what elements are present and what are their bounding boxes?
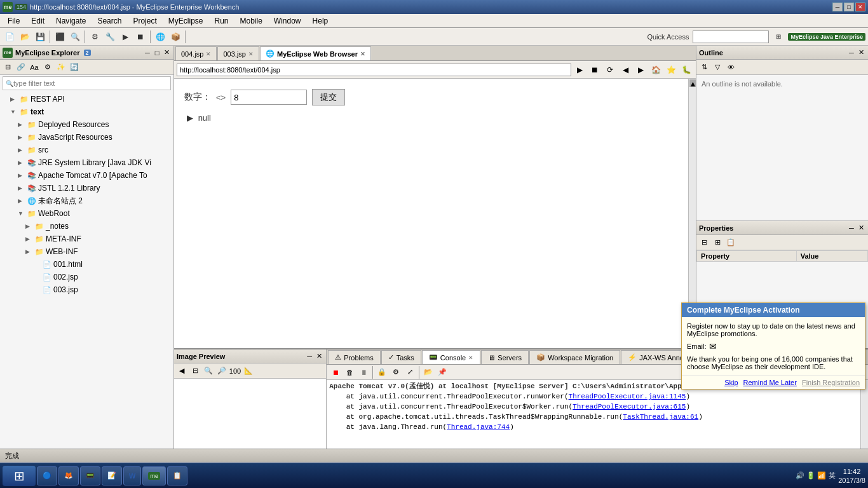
toolbar-btn-3[interactable]: 🔍 (68, 30, 82, 44)
outline-sort-button[interactable]: ⇅ (698, 61, 710, 74)
properties-btn-1[interactable]: ⊟ (698, 236, 710, 249)
taskbar-btn-3[interactable]: 📟 (80, 466, 100, 485)
menu-run[interactable]: Run (209, 15, 233, 27)
img-btn-4[interactable]: 🔎 (215, 365, 228, 377)
menu-edit[interactable]: Edit (26, 15, 50, 27)
forward-button[interactable]: ▶ (634, 63, 648, 77)
img-btn-2[interactable]: ⊟ (189, 365, 201, 377)
menu-project[interactable]: Project (128, 15, 161, 27)
tab-browser[interactable]: 🌐 MyEclipse Web Browser ✕ (260, 46, 371, 60)
save-button[interactable]: 💾 (33, 30, 47, 44)
toolbar-btn-6[interactable]: ▶ (118, 30, 132, 44)
tree-item-web-inf[interactable]: ▶ 📁 WEB-INF (0, 245, 173, 258)
taskbar-btn-1[interactable]: 🔵 (37, 466, 57, 485)
tab-servers[interactable]: 🖥 Servers (481, 350, 529, 364)
web-submit-button[interactable]: 提交 (312, 89, 345, 105)
menu-file[interactable]: File (3, 15, 25, 27)
tree-item-unnamed-site[interactable]: ▶ 🌐 未命名站点 2 (0, 194, 173, 207)
scroll-lock-button[interactable]: 🔒 (376, 366, 388, 379)
taskbar-btn-4[interactable]: 📝 (102, 466, 122, 485)
tree-item-deployed[interactable]: ▶ 📁 Deployed Resources (0, 118, 173, 131)
console-link-1[interactable]: ThreadPoolExecutor.java:1145 (569, 393, 686, 400)
menu-help[interactable]: Help (308, 15, 334, 27)
start-button[interactable]: ⊞ (3, 466, 36, 486)
properties-btn-2[interactable]: ⊞ (711, 236, 724, 249)
properties-close-button[interactable]: ✕ (857, 224, 865, 233)
outline-filter-button[interactable]: ▽ (711, 61, 724, 74)
menu-myeclipse[interactable]: MyEclipse (163, 15, 208, 27)
tree-item-003jsp[interactable]: 📄 003.jsp (0, 283, 173, 296)
perspective-button[interactable]: ⊞ (773, 31, 784, 43)
console-settings-button[interactable]: ⚙ (390, 366, 402, 379)
tab-console-close[interactable]: ✕ (468, 355, 473, 361)
properties-btn-3[interactable]: 📋 (724, 236, 737, 249)
tab-004jsp-close[interactable]: ✕ (206, 51, 211, 57)
console-link-4[interactable]: Thread.java:744 (447, 423, 510, 431)
pause-console-button[interactable]: ⏸ (357, 366, 370, 379)
img-btn-3[interactable]: 🔍 (202, 365, 215, 377)
explorer-close-button[interactable]: ✕ (162, 48, 171, 57)
toolbar-btn-7[interactable]: ⏹ (133, 30, 147, 44)
go-button[interactable]: ▶ (573, 63, 587, 77)
home-button[interactable]: 🏠 (649, 63, 663, 77)
taskbar-btn-7[interactable]: 📋 (167, 466, 187, 485)
tab-console[interactable]: 📟 Console ✕ (422, 350, 480, 364)
clear-console-button[interactable]: 🗑 (343, 366, 356, 379)
explorer-settings-button[interactable]: ⚙ (41, 61, 54, 74)
url-input[interactable] (177, 64, 571, 76)
aa-button[interactable]: Aa (28, 61, 41, 74)
minimize-button[interactable]: ─ (832, 3, 843, 11)
tab-003jsp[interactable]: 003.jsp ✕ (217, 46, 259, 60)
remind-me-later-link[interactable]: Remind Me Later (743, 379, 797, 386)
console-link-2[interactable]: ThreadPoolExecutor.java:615 (573, 403, 686, 410)
back-button[interactable]: ◀ (618, 63, 632, 77)
skip-link[interactable]: Skip (724, 379, 738, 386)
menu-search[interactable]: Search (92, 15, 126, 27)
outline-collapse-button[interactable]: ─ (847, 48, 856, 57)
tree-item-002jsp[interactable]: 📄 002.jsp (0, 271, 173, 283)
menu-window[interactable]: Window (269, 15, 306, 27)
filter-input[interactable] (13, 79, 140, 87)
image-preview-min-button[interactable]: ─ (305, 352, 314, 361)
tab-004jsp[interactable]: 004.jsp ✕ (175, 46, 217, 60)
tree-item-src[interactable]: ▶ 📁 src (0, 144, 173, 156)
tab-003jsp-close[interactable]: ✕ (248, 51, 254, 57)
img-btn-1[interactable]: ◀ (175, 365, 188, 377)
taskbar-btn-5[interactable]: W (123, 466, 141, 485)
tree-item-jstl[interactable]: ▶ 📚 JSTL 1.2.1 Library (0, 182, 173, 194)
explorer-max-button[interactable]: □ (153, 48, 161, 57)
img-btn-5[interactable]: 100 (229, 365, 241, 377)
tree-item-text[interactable]: ▼ 📁 text (0, 105, 173, 118)
filter-box[interactable]: 🔍 (3, 76, 171, 90)
tab-problems[interactable]: ⚠ Problems (328, 350, 380, 364)
scroll-up-icon[interactable]: ▲ (689, 79, 696, 87)
maximize-button[interactable]: □ (844, 3, 854, 11)
collapse-all-button[interactable]: ⊟ (1, 61, 14, 74)
quick-access-input[interactable] (693, 30, 769, 43)
tree-item-js-resources[interactable]: ▶ 📁 JavaScript Resources (0, 131, 173, 144)
explorer-collapse-button[interactable]: ─ (143, 48, 152, 57)
tree-item-rest-api[interactable]: ▶ 📁 REST API (0, 93, 173, 105)
tab-tasks[interactable]: ✓ Tasks (381, 350, 421, 364)
new-button[interactable]: 📄 (3, 30, 17, 44)
toolbar-btn-4[interactable]: ⚙ (88, 30, 102, 44)
properties-collapse-button[interactable]: ─ (847, 224, 856, 233)
stop-console-button[interactable]: ⏹ (329, 366, 342, 379)
refresh-button[interactable]: 🔄 (68, 61, 81, 74)
image-preview-close-button[interactable]: ✕ (315, 352, 323, 361)
toolbar-btn-5[interactable]: 🔧 (103, 30, 117, 44)
tab-browser-close[interactable]: ✕ (360, 51, 365, 57)
tree-item-meta-inf[interactable]: ▶ 📁 META-INF (0, 233, 173, 245)
new-button-explorer[interactable]: ✨ (55, 61, 67, 74)
tree-item-tomcat[interactable]: ▶ 📚 Apache Tomcat v7.0 [Apache To (0, 169, 173, 182)
close-button[interactable]: ✕ (855, 3, 865, 11)
firebug-button[interactable]: 🐛 (679, 63, 693, 77)
outline-hide-button[interactable]: 👁 (724, 61, 737, 74)
refresh-browser-button[interactable]: ⟳ (603, 63, 617, 77)
open-console-button[interactable]: 📂 (422, 366, 435, 379)
tree-item-webroot[interactable]: ▼ 📁 WebRoot (0, 207, 173, 220)
bookmark-button[interactable]: ⭐ (664, 63, 678, 77)
img-btn-6[interactable]: 📐 (242, 365, 255, 377)
menu-navigate[interactable]: Navigate (51, 15, 91, 27)
toolbar-btn-2[interactable]: ⬛ (53, 30, 67, 44)
